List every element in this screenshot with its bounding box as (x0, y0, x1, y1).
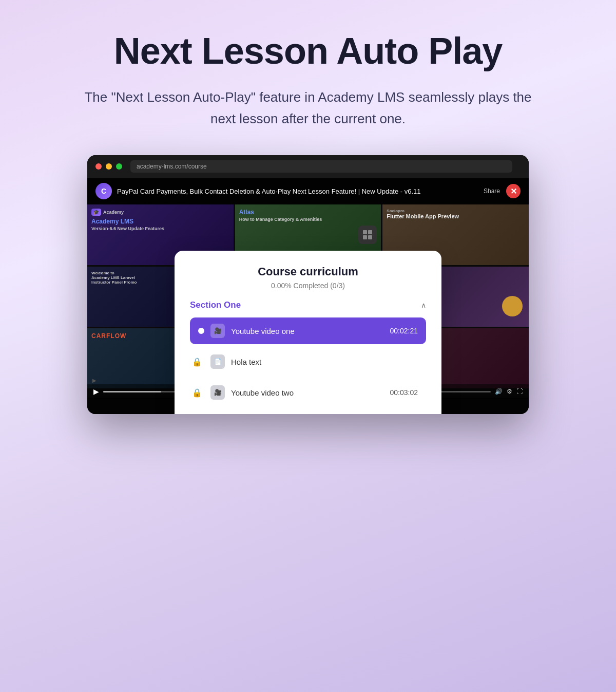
lesson-video-icon-2: 🎥 (210, 385, 225, 400)
progress-fill (103, 391, 161, 392)
lesson-dot-0 (198, 328, 204, 334)
section-chevron[interactable]: ∧ (421, 301, 426, 309)
lesson-name-1: Hola text (231, 358, 418, 366)
lesson-item-0[interactable]: 🎥 Youtube video one 00:02:21 (190, 317, 426, 344)
hero-subtitle: The "Next Lesson Auto-Play" feature in A… (77, 87, 539, 129)
lesson-name-2: Youtube video two (231, 388, 384, 397)
curriculum-title: Course curriculum (190, 265, 426, 278)
fullscreen-icon[interactable]: ⛶ (516, 388, 523, 395)
browser-topbar: academy-lms.com/course (87, 155, 529, 178)
dot-yellow[interactable] (106, 163, 112, 170)
lesson-video-icon-0: 🎥 (210, 324, 225, 338)
control-icons: 🔊 ⚙ ⛶ (495, 388, 523, 395)
lock-icon-1: 🔒 (192, 357, 202, 367)
lesson-item-2[interactable]: 🔒 🎥 Youtube video two 00:03:02 (190, 379, 426, 406)
channel-icon: C (95, 183, 112, 199)
url-text: academy-lms.com/course (137, 163, 207, 170)
lesson-doc-icon-1: 📄 (210, 354, 225, 369)
url-bar: academy-lms.com/course (130, 160, 512, 173)
lesson-name-0: Youtube video one (231, 327, 384, 335)
volume-icon[interactable]: 🔊 (495, 388, 503, 395)
lesson-duration-2: 00:03:02 (390, 388, 418, 397)
video-container: C PayPal Card Payments, Bulk Contact Del… (87, 178, 529, 414)
control-play-icon[interactable]: ▶ (93, 387, 99, 396)
video-title-right: Share ✕ (484, 184, 521, 198)
dot-green[interactable] (116, 163, 122, 170)
share-label[interactable]: Share (484, 188, 500, 195)
hero-section: Next Lesson Auto Play The "Next Lesson A… (77, 31, 539, 129)
close-button[interactable]: ✕ (506, 184, 521, 198)
video-title-left: C PayPal Card Payments, Bulk Contact Del… (95, 183, 421, 199)
settings-icon[interactable]: ⚙ (507, 388, 512, 395)
page-title: Next Lesson Auto Play (77, 31, 539, 71)
lock-icon-2: 🔒 (192, 388, 202, 398)
section-header: Section One ∧ (190, 300, 426, 310)
curriculum-panel: Course curriculum 0.00% Completed (0/3) … (175, 251, 441, 414)
lesson-item-1[interactable]: 🔒 📄 Hola text (190, 348, 426, 375)
browser-window: academy-lms.com/course C PayPal Card Pay… (87, 155, 529, 414)
video-title-text: PayPal Card Payments, Bulk Contact Delet… (117, 188, 421, 195)
video-title-bar: C PayPal Card Payments, Bulk Contact Del… (87, 178, 529, 204)
section-one-title: Section One (190, 300, 241, 310)
browser-dots (95, 163, 122, 170)
dot-red[interactable] (95, 163, 102, 170)
lesson-duration-0: 00:02:21 (390, 327, 418, 335)
curriculum-progress: 0.00% Completed (0/3) (190, 282, 426, 290)
